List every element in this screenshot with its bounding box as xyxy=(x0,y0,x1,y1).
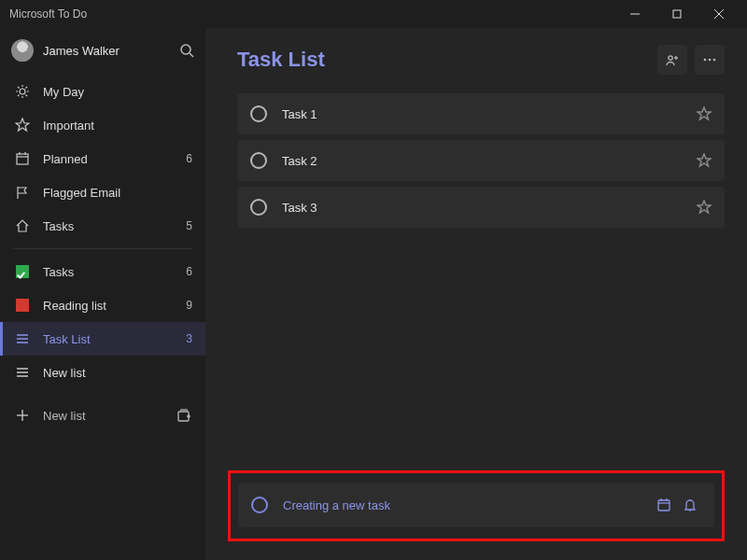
task-row[interactable]: Task 2 xyxy=(237,140,725,181)
more-button[interactable] xyxy=(695,45,725,75)
svg-point-4 xyxy=(181,45,190,54)
reminder-button[interactable] xyxy=(677,492,703,518)
minimize-button[interactable] xyxy=(613,0,655,28)
search-icon[interactable] xyxy=(179,43,194,58)
svg-line-5 xyxy=(190,53,193,57)
svg-line-12 xyxy=(26,95,28,97)
svg-line-13 xyxy=(26,87,28,89)
star-button[interactable] xyxy=(697,106,712,121)
sidebar-list-tasklist[interactable]: Task List 3 xyxy=(0,322,205,356)
add-task-bar[interactable] xyxy=(238,483,714,527)
svg-line-11 xyxy=(18,87,20,89)
task-row[interactable]: Task 3 xyxy=(237,187,725,228)
add-list-label: New list xyxy=(43,409,174,423)
new-group-button[interactable] xyxy=(174,405,194,426)
app-window: Microsoft To Do James Walker My Day xyxy=(0,0,747,560)
sidebar-item-label: Tasks xyxy=(43,219,186,233)
sidebar-item-label: Task List xyxy=(43,332,186,346)
complete-toggle[interactable] xyxy=(250,199,267,216)
sidebar-list-newlist[interactable]: New list xyxy=(0,356,205,389)
add-task-input[interactable] xyxy=(283,498,651,512)
share-button[interactable] xyxy=(657,45,687,75)
sidebar-item-myday[interactable]: My Day xyxy=(0,75,205,108)
star-button[interactable] xyxy=(697,200,712,215)
due-date-button[interactable] xyxy=(651,492,677,518)
flag-icon xyxy=(15,185,30,200)
sidebar-item-count: 3 xyxy=(186,332,192,345)
sidebar-item-tasks[interactable]: Tasks 5 xyxy=(0,209,205,243)
sidebar-item-label: Tasks xyxy=(43,265,186,279)
svg-point-37 xyxy=(709,59,712,62)
sun-icon xyxy=(15,84,30,99)
close-button[interactable] xyxy=(698,0,740,28)
svg-rect-16 xyxy=(17,154,28,164)
sidebar-list-reading[interactable]: Reading list 9 xyxy=(0,288,205,322)
complete-toggle[interactable] xyxy=(250,152,267,169)
svg-marker-40 xyxy=(698,154,711,166)
svg-marker-15 xyxy=(16,119,29,131)
profile-name: James Walker xyxy=(43,44,179,58)
list-icon xyxy=(15,365,30,380)
complete-toggle[interactable] xyxy=(250,105,267,122)
main-pane: Task List Task 1 Task 2 Task 3 xyxy=(205,28,747,560)
title-bar: Microsoft To Do xyxy=(0,0,747,28)
check-square-icon xyxy=(15,264,30,279)
maximize-button[interactable] xyxy=(655,0,698,28)
add-list-row[interactable]: New list xyxy=(0,397,205,434)
sidebar-item-count: 6 xyxy=(186,265,192,278)
add-task-highlight xyxy=(228,470,725,541)
sidebar-list-tasks[interactable]: Tasks 6 xyxy=(0,255,205,288)
window-controls xyxy=(613,0,740,28)
sidebar-item-count: 9 xyxy=(186,299,192,312)
sidebar-item-count: 6 xyxy=(186,152,192,165)
circle-icon xyxy=(251,497,268,513)
task-title: Task 2 xyxy=(282,154,697,168)
home-icon xyxy=(15,218,30,233)
sidebar-item-important[interactable]: Important xyxy=(0,108,205,142)
svg-marker-39 xyxy=(698,107,711,119)
sidebar-item-label: Reading list xyxy=(43,299,186,313)
svg-point-6 xyxy=(20,89,25,94)
list-header: Task List xyxy=(237,45,725,75)
sidebar-item-planned[interactable]: Planned 6 xyxy=(0,142,205,175)
sidebar-item-flagged[interactable]: Flagged Email xyxy=(0,175,205,209)
svg-point-36 xyxy=(704,59,707,62)
profile-row[interactable]: James Walker xyxy=(0,32,205,75)
list-icon xyxy=(15,331,30,346)
sidebar-item-label: Important xyxy=(43,119,192,133)
svg-point-33 xyxy=(669,56,672,60)
svg-marker-41 xyxy=(698,201,711,213)
sidebar-item-label: Flagged Email xyxy=(43,186,192,200)
red-square-icon xyxy=(15,298,30,313)
svg-rect-42 xyxy=(658,500,669,511)
star-icon xyxy=(15,118,30,133)
sidebar-item-label: My Day xyxy=(43,85,192,99)
sidebar-divider xyxy=(13,248,192,249)
sidebar-item-count: 5 xyxy=(186,219,192,232)
list-title: Task List xyxy=(237,48,650,72)
avatar xyxy=(11,39,34,62)
sidebar-item-label: New list xyxy=(43,366,192,380)
star-button[interactable] xyxy=(697,153,712,168)
svg-point-38 xyxy=(713,59,716,62)
task-row[interactable]: Task 1 xyxy=(237,93,725,134)
app-title: Microsoft To Do xyxy=(9,7,613,21)
svg-line-14 xyxy=(18,95,20,97)
task-title: Task 3 xyxy=(282,201,697,215)
svg-rect-1 xyxy=(673,10,681,18)
calendar-icon xyxy=(15,151,30,166)
plus-icon xyxy=(15,408,30,423)
app-body: James Walker My Day Important Planned 6 xyxy=(0,28,747,560)
sidebar: James Walker My Day Important Planned 6 xyxy=(0,28,205,560)
sidebar-item-label: Planned xyxy=(43,152,186,166)
task-title: Task 1 xyxy=(282,107,697,121)
